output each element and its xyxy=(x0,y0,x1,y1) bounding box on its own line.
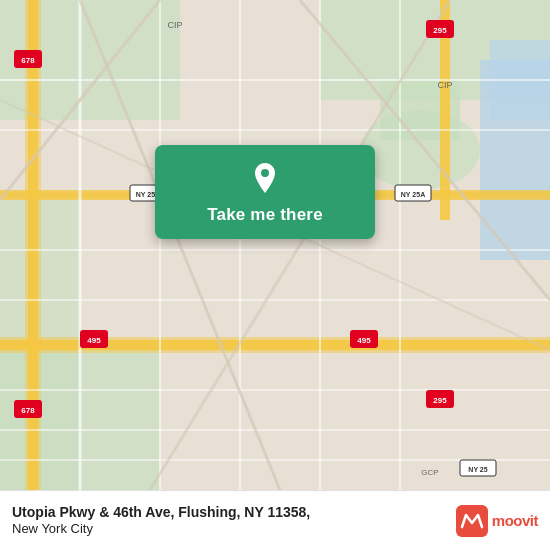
moovit-icon xyxy=(456,505,488,537)
svg-text:NY 25A: NY 25A xyxy=(401,191,425,198)
svg-text:495: 495 xyxy=(357,336,371,345)
svg-text:495: 495 xyxy=(87,336,101,345)
svg-text:CIP: CIP xyxy=(437,80,452,90)
svg-text:CIP: CIP xyxy=(167,20,182,30)
bottom-bar: Utopia Pkwy & 46th Ave, Flushing, NY 113… xyxy=(0,490,550,550)
svg-text:678: 678 xyxy=(21,56,35,65)
svg-text:295: 295 xyxy=(433,396,447,405)
address-line2: New York City xyxy=(12,521,456,538)
map-svg: 678 678 495 495 295 295 NY 25A NY 25A CI… xyxy=(0,0,550,490)
svg-text:295: 295 xyxy=(433,26,447,35)
moovit-logo: moovit xyxy=(456,505,538,537)
svg-point-6 xyxy=(360,110,480,190)
location-pin-icon xyxy=(247,161,283,197)
address-display: Utopia Pkwy & 46th Ave, Flushing, NY 113… xyxy=(12,503,456,538)
svg-text:GCP: GCP xyxy=(421,468,438,477)
moovit-brand-text: moovit xyxy=(492,512,538,529)
svg-text:678: 678 xyxy=(21,406,35,415)
svg-point-56 xyxy=(261,169,269,177)
svg-text:NY 25: NY 25 xyxy=(468,466,487,473)
popup-label: Take me there xyxy=(207,205,323,225)
popup-card[interactable]: Take me there xyxy=(155,145,375,239)
address-line1: Utopia Pkwy & 46th Ave, Flushing, NY 113… xyxy=(12,503,456,521)
map-container[interactable]: 678 678 495 495 295 295 NY 25A NY 25A CI… xyxy=(0,0,550,490)
